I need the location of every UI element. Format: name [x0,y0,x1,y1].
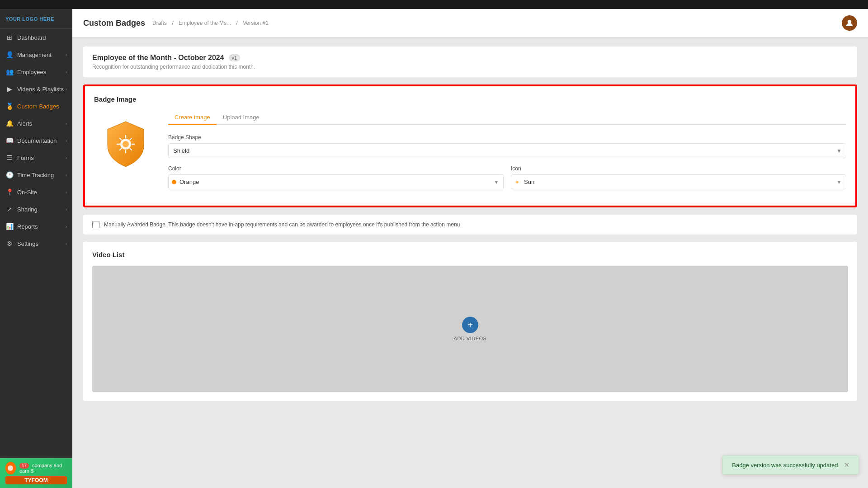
toast-message: Badge version was successfully updated. [732,462,840,469]
sidebar-item-settings[interactable]: ⚙ Settings › [0,235,72,252]
sidebar-item-management[interactable]: 👤 Management › [0,46,72,63]
breadcrumb-part1: Drafts [152,20,167,26]
icon-symbol: ✦ [514,178,520,186]
sharing-chevron: › [66,207,67,212]
video-list-section: Video List + ADD VIDEOS [83,242,857,401]
sidebar-item-dashboard[interactable]: ⊞ Dashboard [0,29,72,46]
badge-header-card: Employee of the Month - October 2024 v1 … [83,47,857,77]
sidebar-label-sharing: Sharing [17,206,38,213]
sidebar-item-documentation[interactable]: 📖 Documentation › [0,132,72,149]
form-row-color-icon: Color Orange Blue Green Red [168,165,846,197]
forms-icon: ☰ [5,154,14,162]
icon-label: Icon [511,165,846,172]
add-videos-label: ADD VIDEOS [454,336,487,341]
page-content: Employee of the Month - October 2024 v1 … [72,38,868,488]
sidebar-item-employees[interactable]: 👥 Employees › [0,63,72,80]
breadcrumb-part3: Version #1 [243,20,269,26]
badge-preview-area [94,110,157,197]
sidebar-label-time-tracking: Time Tracking [17,172,54,178]
alerts-icon: 🔔 [5,119,14,127]
icon-select[interactable]: Sun Star Trophy Lightning [511,174,846,189]
promo-logo [5,462,16,474]
sidebar-label-alerts: Alerts [17,120,32,127]
tab-create-image[interactable]: Create Image [168,110,217,125]
promo-brand: TYFOOM [5,476,67,484]
management-icon: 👤 [5,51,14,59]
video-list-content: + ADD VIDEOS [92,266,848,392]
breadcrumb-part2: Employee of the Ms... [179,20,231,26]
badge-image-section: Badge Image [83,84,857,207]
user-avatar[interactable] [842,15,857,31]
sidebar-label-reports: Reports [17,223,38,230]
videos-chevron: › [66,87,67,92]
dashboard-icon: ⊞ [5,33,14,42]
documentation-chevron: › [66,138,67,143]
top-bar [0,0,868,9]
add-videos-button[interactable]: + ADD VIDEOS [454,317,487,341]
color-label: Color [168,165,504,172]
page-header: Custom Badges Drafts / Employee of the M… [72,9,868,38]
breadcrumb-sep1: / [172,20,175,26]
color-select[interactable]: Orange Blue Green Red [168,174,504,189]
tab-upload-image[interactable]: Upload Image [217,110,266,125]
sidebar-item-time-tracking[interactable]: 🕐 Time Tracking › [0,166,72,183]
tab-row: Create Image Upload Image [168,110,846,125]
form-group-icon: Icon Sun Star Trophy Lightning ✦ [511,165,846,189]
breadcrumb: Drafts / Employee of the Ms... / Version… [151,20,270,26]
management-chevron: › [66,52,67,57]
form-group-color: Color Orange Blue Green Red [168,165,504,189]
promo-text: 17 company and earn $ [19,463,67,474]
sharing-icon: ↗ [5,205,14,213]
settings-chevron: › [66,241,67,246]
videos-icon: ▶ [5,85,14,93]
sidebar-label-forms: Forms [17,155,34,161]
sidebar-item-on-site[interactable]: 📍 On-Site › [0,183,72,201]
time-tracking-icon: 🕐 [5,171,14,179]
alerts-chevron: › [66,121,67,126]
promo-bar[interactable]: 17 company and earn $ TYFOOM [0,458,72,488]
badge-form-area: Create Image Upload Image Badge Shape Sh… [168,110,846,197]
icon-select-wrapper: Sun Star Trophy Lightning ✦ ▼ [511,174,846,189]
badge-preview-svg [103,119,148,169]
badge-image-section-title: Badge Image [94,95,846,103]
reports-icon: 📊 [5,222,14,230]
sidebar-label-custom-badges: Custom Badges [17,103,59,110]
sidebar-item-videos-playlists[interactable]: ▶ Videos & Playlists › [0,80,72,98]
custom-badges-icon: 🏅 [5,102,14,110]
svg-point-3 [123,141,129,147]
color-dot [172,180,176,184]
sidebar-item-sharing[interactable]: ↗ Sharing › [0,201,72,218]
time-tracking-chevron: › [66,173,67,178]
badge-shape-select-wrapper: Shield Circle Star Hexagon ▼ [168,143,846,158]
sidebar-logo: YOUR LOGO HERE [0,9,72,29]
badge-shape-select[interactable]: Shield Circle Star Hexagon [168,143,846,158]
employees-chevron: › [66,70,67,75]
manual-award-checkbox[interactable] [92,221,99,228]
svg-point-0 [8,465,13,471]
sidebar-label-settings: Settings [17,240,38,247]
sidebar-label-on-site: On-Site [17,189,37,196]
main-content: Custom Badges Drafts / Employee of the M… [72,9,868,488]
sidebar-item-alerts[interactable]: 🔔 Alerts › [0,115,72,132]
employees-icon: 👥 [5,68,14,76]
video-list-title: Video List [92,251,848,258]
sidebar-item-reports[interactable]: 📊 Reports › [0,218,72,235]
sidebar-label-documentation: Documentation [17,137,57,144]
sidebar-item-forms[interactable]: ☰ Forms › [0,149,72,166]
reports-chevron: › [66,224,67,229]
sidebar-item-custom-badges[interactable]: 🏅 Custom Badges [0,98,72,115]
badge-title: Employee of the Month - October 2024 [92,54,224,62]
settings-icon: ⚙ [5,239,14,248]
sidebar: YOUR LOGO HERE ⊞ Dashboard 👤 Management … [0,9,72,488]
toast-close-button[interactable]: ✕ [844,461,849,469]
badge-description: Recognition for outstanding performance … [92,64,848,70]
sidebar-label-videos: Videos & Playlists [17,86,64,93]
manual-award-text: Manually Awarded Badge. This badge doesn… [104,221,460,228]
add-circle-icon: + [462,317,478,333]
form-group-badge-shape: Badge Shape Shield Circle Star Hexagon ▼ [168,134,846,158]
on-site-chevron: › [66,190,67,195]
logo-text: YOUR LOGO HERE [5,16,54,22]
sidebar-label-management: Management [17,52,52,58]
sidebar-label-dashboard: Dashboard [17,34,46,41]
page-title: Custom Badges [83,19,145,28]
